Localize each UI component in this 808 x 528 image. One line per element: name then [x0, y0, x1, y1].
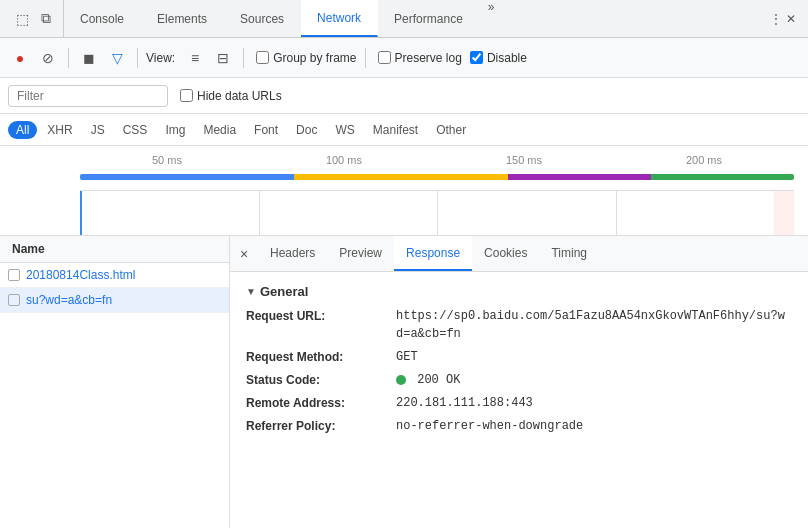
url-label: Request URL: — [246, 307, 396, 343]
detail-row-method: Request Method: GET — [246, 348, 792, 366]
group-by-frame-label: Group by frame — [256, 51, 356, 65]
type-filter-row: All XHR JS CSS Img Media Font Doc WS Man… — [0, 114, 808, 146]
timeline-bar-combined — [80, 174, 794, 180]
preserve-log-label: Preserve log — [378, 51, 462, 65]
type-btn-js[interactable]: JS — [83, 121, 113, 139]
network-list-header: Name — [0, 236, 229, 263]
clear-button[interactable]: ⊘ — [36, 46, 60, 70]
separator-3 — [243, 48, 244, 68]
network-list-items: 20180814Class.html su?wd=a&cb=fn — [0, 263, 229, 528]
tree-view-icon: ⊟ — [217, 50, 229, 66]
timeline-area: 50 ms 100 ms 150 ms 200 ms — [0, 146, 808, 236]
detail-row-address: Remote Address: 220.181.111.188:443 — [246, 394, 792, 412]
ellipsis-icon[interactable]: ⋮ — [770, 12, 782, 26]
status-value: 200 OK — [396, 371, 460, 389]
timeline-end-zone — [774, 191, 794, 236]
record-button[interactable]: ● — [8, 46, 32, 70]
filter-row: Hide data URLs — [0, 78, 808, 114]
type-btn-media[interactable]: Media — [195, 121, 244, 139]
close-icon: × — [240, 246, 248, 262]
tab-performance[interactable]: Performance — [378, 0, 480, 37]
detail-row-status: Status Code: 200 OK — [246, 371, 792, 389]
timeline-labels: 50 ms 100 ms 150 ms 200 ms — [0, 154, 808, 170]
type-btn-manifest[interactable]: Manifest — [365, 121, 426, 139]
general-section-title: General — [246, 284, 792, 299]
detail-panel: × Headers Preview Response Cookies Timin… — [230, 236, 808, 528]
screenshot-button[interactable]: ◼ — [77, 46, 101, 70]
tab-list: Console Elements Sources Network Perform… — [64, 0, 762, 37]
tab-console[interactable]: Console — [64, 0, 141, 37]
timeline-waterfall — [80, 190, 794, 236]
detail-tab-response[interactable]: Response — [394, 236, 472, 271]
detail-tab-timing[interactable]: Timing — [539, 236, 599, 271]
item-checkbox-1[interactable] — [8, 294, 20, 306]
network-item-0[interactable]: 20180814Class.html — [0, 263, 229, 288]
item-checkbox-0[interactable] — [8, 269, 20, 281]
address-value: 220.181.111.188:443 — [396, 394, 533, 412]
network-list: Name 20180814Class.html su?wd=a&cb=fn — [0, 236, 230, 528]
type-btn-font[interactable]: Font — [246, 121, 286, 139]
tab-network[interactable]: Network — [301, 0, 378, 37]
timeline-bars — [80, 174, 794, 182]
hide-data-urls-checkbox[interactable] — [180, 89, 193, 102]
referrer-value: no-referrer-when-downgrade — [396, 417, 583, 435]
address-label: Remote Address: — [246, 394, 396, 412]
group-by-frame-checkbox[interactable] — [256, 51, 269, 64]
tab-dots: ⋮ ✕ — [762, 12, 804, 26]
hide-data-urls-label: Hide data URLs — [180, 89, 282, 103]
filter-button[interactable]: ▽ — [105, 46, 129, 70]
tree-view-button[interactable]: ⊟ — [211, 46, 235, 70]
guide-75 — [616, 191, 617, 236]
type-btn-doc[interactable]: Doc — [288, 121, 325, 139]
detail-tab-preview[interactable]: Preview — [327, 236, 394, 271]
device-icon[interactable]: ⧉ — [37, 8, 55, 29]
devtools-icons: ⬚ ⧉ — [4, 0, 64, 37]
guide-25 — [259, 191, 260, 236]
detail-row-referrer: Referrer Policy: no-referrer-when-downgr… — [246, 417, 792, 435]
type-btn-all[interactable]: All — [8, 121, 37, 139]
detail-tab-cookies[interactable]: Cookies — [472, 236, 539, 271]
item-name-1: su?wd=a&cb=fn — [26, 293, 221, 307]
filter-icon: ▽ — [112, 50, 123, 66]
record-icon: ● — [16, 50, 24, 66]
type-btn-other[interactable]: Other — [428, 121, 474, 139]
separator-1 — [68, 48, 69, 68]
tab-more[interactable]: » — [480, 0, 503, 37]
network-item-1[interactable]: su?wd=a&cb=fn — [0, 288, 229, 313]
detail-tab-headers[interactable]: Headers — [258, 236, 327, 271]
camera-icon: ◼ — [83, 50, 95, 66]
type-btn-xhr[interactable]: XHR — [39, 121, 80, 139]
status-dot — [396, 375, 406, 385]
type-btn-css[interactable]: CSS — [115, 121, 156, 139]
tab-sources[interactable]: Sources — [224, 0, 301, 37]
tab-elements[interactable]: Elements — [141, 0, 224, 37]
clear-icon: ⊘ — [42, 50, 54, 66]
type-btn-ws[interactable]: WS — [327, 121, 362, 139]
timeline-marker — [80, 191, 82, 236]
main-split: Name 20180814Class.html su?wd=a&cb=fn × … — [0, 236, 808, 528]
tab-bar: ⬚ ⧉ Console Elements Sources Network Per… — [0, 0, 808, 38]
type-btn-img[interactable]: Img — [157, 121, 193, 139]
separator-2 — [137, 48, 138, 68]
list-view-icon: ≡ — [191, 50, 199, 66]
method-label: Request Method: — [246, 348, 396, 366]
list-view-button[interactable]: ≡ — [183, 46, 207, 70]
view-label: View: — [146, 51, 175, 65]
status-label: Status Code: — [246, 371, 396, 389]
disable-cache-label: Disable — [470, 51, 527, 65]
preserve-log-checkbox[interactable] — [378, 51, 391, 64]
detail-content: General Request URL: https://sp0.baidu.c… — [230, 272, 808, 528]
detail-tabs: × Headers Preview Response Cookies Timin… — [230, 236, 808, 272]
referrer-label: Referrer Policy: — [246, 417, 396, 435]
disable-cache-checkbox[interactable] — [470, 51, 483, 64]
inspect-icon[interactable]: ⬚ — [12, 9, 33, 29]
separator-4 — [365, 48, 366, 68]
filter-input[interactable] — [8, 85, 168, 107]
detail-row-url: Request URL: https://sp0.baidu.com/5a1Fa… — [246, 307, 792, 343]
network-toolbar: ● ⊘ ◼ ▽ View: ≡ ⊟ Group by frame Preserv… — [0, 38, 808, 78]
guide-50 — [437, 191, 438, 236]
detail-close-button[interactable]: × — [234, 244, 254, 264]
item-name-0: 20180814Class.html — [26, 268, 221, 282]
method-value: GET — [396, 348, 418, 366]
close-devtools-icon[interactable]: ✕ — [786, 12, 796, 26]
